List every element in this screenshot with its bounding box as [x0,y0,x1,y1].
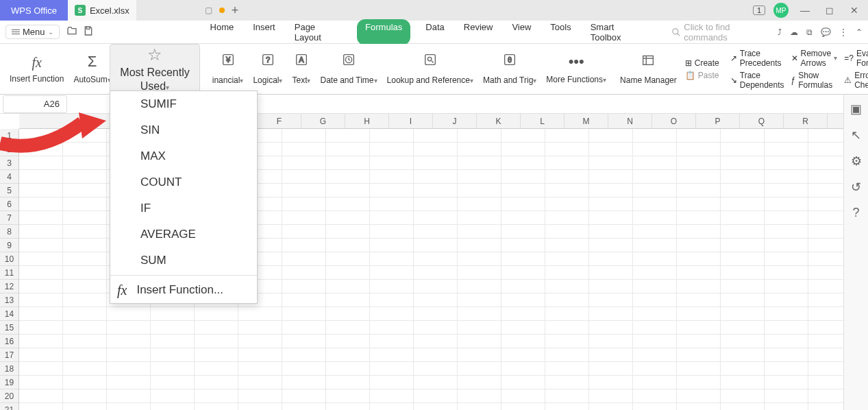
tab-view[interactable]: View [508,19,535,45]
cell[interactable] [370,376,414,389]
date-time-button[interactable]: Date and Time▾ [316,47,381,91]
cell[interactable] [63,156,107,170]
cell[interactable] [326,280,370,293]
cell[interactable] [326,376,370,389]
paste-button[interactable]: 📋Paste [685,71,719,80]
cell[interactable] [458,403,501,410]
tab-data[interactable]: Data [421,19,448,45]
cell[interactable] [326,321,370,335]
cell[interactable] [458,239,501,252]
cell[interactable] [545,143,589,156]
row-header[interactable]: 19 [0,376,19,389]
math-trig-button[interactable]: θ Math and Trig▾ [479,47,541,91]
row-header[interactable]: 8 [0,225,19,239]
cell[interactable] [633,389,677,403]
cell[interactable] [19,403,63,410]
cell[interactable] [589,184,633,197]
cell[interactable] [414,211,458,225]
cell[interactable] [63,239,107,252]
cell[interactable] [151,362,195,376]
cell[interactable] [195,403,238,410]
cell[interactable] [63,389,107,403]
cell[interactable] [19,211,63,225]
lookup-reference-button[interactable]: Lookup and Reference▾ [383,47,478,91]
tab-smart-toolbox[interactable]: Smart Toolbox [586,19,649,45]
collapse-ribbon-icon[interactable]: ⌃ [856,27,863,37]
cell[interactable] [414,170,458,184]
save-icon[interactable] [83,25,94,38]
row-header[interactable]: 20 [0,389,19,403]
cell[interactable] [107,376,151,389]
cell[interactable] [589,129,633,143]
row-header[interactable]: 14 [0,307,19,321]
cell[interactable] [545,129,589,143]
cell[interactable] [63,307,107,321]
row-header[interactable]: 17 [0,348,19,362]
cell[interactable] [326,335,370,348]
cell[interactable] [633,280,677,293]
cell[interactable] [677,335,721,348]
cell[interactable] [107,348,151,362]
cell[interactable] [19,225,63,239]
cell[interactable] [19,197,63,211]
dropdown-item-sum[interactable]: SUM [110,248,257,274]
cell[interactable] [765,280,808,293]
notification-badge[interactable]: 1 [753,5,765,15]
cell[interactable] [721,335,765,348]
cell[interactable] [151,376,195,389]
cell[interactable] [721,348,765,362]
name-manager-button[interactable]: Name Manager [616,47,681,91]
cell[interactable] [589,389,633,403]
cell[interactable] [326,307,370,321]
dropdown-item-max[interactable]: MAX [110,143,257,169]
cell[interactable] [19,184,63,197]
dropdown-item-count[interactable]: COUNT [110,169,257,195]
cell[interactable] [282,225,326,239]
cell[interactable] [589,348,633,362]
cell[interactable] [633,376,677,389]
cell[interactable] [765,362,808,376]
cell[interactable] [721,252,765,266]
row-header[interactable]: 12 [0,280,19,293]
cell[interactable] [589,266,633,280]
cell[interactable] [589,197,633,211]
cell[interactable] [151,307,195,321]
cell[interactable] [458,197,501,211]
cell[interactable] [721,197,765,211]
cell[interactable] [589,252,633,266]
cell[interactable] [589,143,633,156]
tab-home[interactable]: Home [206,19,238,45]
cell[interactable] [107,362,151,376]
cell[interactable] [765,389,808,403]
cloud-icon[interactable]: ☁ [790,27,798,37]
column-header[interactable]: M [565,114,608,128]
cell[interactable] [238,403,282,410]
cell[interactable] [63,280,107,293]
cell[interactable] [633,293,677,307]
cell[interactable] [107,321,151,335]
cell[interactable] [545,293,589,307]
cell[interactable] [501,211,545,225]
more-functions-button[interactable]: ••• More Functions▾ [542,47,610,91]
cell[interactable] [589,335,633,348]
cell[interactable] [677,197,721,211]
cell[interactable] [238,362,282,376]
cell[interactable] [326,252,370,266]
cell[interactable] [195,362,238,376]
cell[interactable] [458,376,501,389]
cell[interactable] [765,321,808,335]
row-header[interactable]: 2 [0,143,19,156]
cell[interactable] [151,403,195,410]
cell[interactable] [414,143,458,156]
cell[interactable] [414,225,458,239]
cell[interactable] [765,266,808,280]
cell[interactable] [370,225,414,239]
cell[interactable] [721,403,765,410]
cell[interactable] [151,348,195,362]
cell[interactable] [545,280,589,293]
row-header[interactable]: 3 [0,156,19,170]
cell[interactable] [414,280,458,293]
cell[interactable] [19,307,63,321]
cell[interactable] [238,376,282,389]
cell[interactable] [458,225,501,239]
